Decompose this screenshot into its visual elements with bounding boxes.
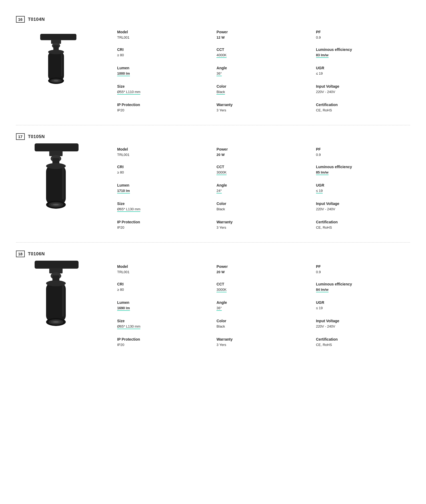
spec-label-18-14: Certification (316, 337, 405, 341)
spec-label-17-13: Warranty (216, 220, 305, 224)
spec-value-17-12: IP20 (117, 225, 124, 229)
spec-value-18-13: 3 Yers (216, 343, 226, 347)
product-header-16: 16T0104N (16, 16, 106, 23)
spec-value-17-5: 85 lm/w (316, 170, 329, 175)
spec-item-16-14: CertificationCE, RoHS (311, 99, 410, 117)
product-number-16: 16 (16, 16, 25, 23)
spec-label-18-4: CCT (216, 282, 305, 286)
specs-grid-18: ModelTRL001Power20 WPF0.9CRI≥ 80CCT3000K… (112, 261, 410, 352)
spec-value-18-0: TRL001 (117, 270, 129, 274)
svg-rect-11 (35, 143, 79, 151)
spec-label-18-12: IP Protection (117, 337, 206, 341)
spec-item-16-9: SizeØ55* L110 mm (112, 81, 211, 99)
product-number-18: 18 (16, 251, 25, 257)
product-left-col-18: 18T0106N (16, 251, 106, 352)
spec-value-18-3: ≥ 80 (117, 288, 124, 292)
spec-item-16-4: CCT4000K (211, 44, 310, 63)
product-left-col-16: 16T0104N (16, 16, 106, 117)
spec-item-16-3: CRI≥ 80 (112, 44, 211, 63)
spec-value-16-14: CE, RoHS (316, 108, 332, 112)
spec-label-18-3: CRI (117, 282, 206, 286)
spec-item-18-2: PF0.9 (311, 261, 410, 279)
spec-label-16-1: Power (216, 30, 305, 34)
spec-item-18-12: IP ProtectionIP20 (112, 334, 211, 352)
spec-item-18-13: Warranty3 Yers (211, 334, 310, 352)
spec-label-17-0: Model (117, 147, 206, 151)
spec-value-16-2: 0.9 (316, 35, 321, 39)
spec-item-17-13: Warranty3 Yers (211, 217, 310, 234)
spec-value-18-10: Black (216, 324, 225, 328)
spec-value-16-3: ≥ 80 (117, 53, 124, 57)
spec-item-17-10: ColorBlack (211, 198, 310, 217)
spec-item-18-3: CRI≥ 80 (112, 279, 211, 297)
product-section-16: 16T0104N ModelTRL001Power12 WPF0.9CRI≥ 8… (16, 8, 410, 125)
product-left-col-17: 17T0105N (16, 133, 106, 234)
spec-item-18-0: ModelTRL001 (112, 261, 211, 279)
product-name-17: T0105N (28, 134, 45, 139)
spec-label-16-13: Warranty (216, 103, 305, 107)
spec-item-16-1: Power12 W (211, 27, 310, 44)
spec-item-17-14: CertificationCE, RoHS (311, 217, 410, 234)
svg-rect-22 (35, 261, 79, 269)
spec-value-18-4: 3000K (216, 288, 227, 292)
spec-item-16-11: Input Voltage220V - 240V (311, 81, 410, 99)
spec-label-17-7: Angle (216, 183, 305, 187)
spec-item-18-14: CertificationCE, RoHS (311, 334, 410, 352)
spec-value-16-6: 1000 lm (117, 71, 130, 76)
spec-item-18-7: Angle36° (211, 297, 310, 316)
spec-value-18-1: 20 W (216, 270, 224, 274)
spec-label-16-4: CCT (216, 47, 305, 52)
spec-value-16-9: Ø55* L110 mm (117, 90, 140, 95)
spec-label-17-1: Power (216, 147, 305, 151)
spec-item-18-11: Input Voltage220V - 240V (311, 316, 410, 334)
spec-label-17-2: PF (316, 147, 405, 151)
spec-value-18-7: 36° (216, 306, 222, 311)
spec-item-16-5: Luminous efficiency83 lm/w (311, 44, 410, 63)
spec-value-17-7: 24° (216, 189, 222, 193)
spec-label-16-2: PF (316, 30, 405, 34)
spec-label-16-9: Size (117, 84, 206, 88)
spec-item-16-7: Angle36° (211, 63, 310, 81)
svg-rect-32 (62, 285, 64, 317)
spec-label-18-11: Input Voltage (316, 319, 405, 323)
spec-label-16-14: Certification (316, 103, 405, 107)
spec-label-18-5: Luminous efficiency (316, 282, 405, 286)
spec-item-18-9: SizeØ65* L130 mm (112, 316, 211, 334)
spec-item-16-2: PF0.9 (311, 27, 410, 44)
spec-label-17-6: Lumen (117, 183, 206, 187)
spec-item-17-0: ModelTRL001 (112, 144, 211, 162)
spec-value-18-6: 1690 lm (117, 306, 130, 311)
spec-value-16-7: 36° (216, 71, 222, 76)
spec-item-16-12: IP ProtectionIP20 (112, 99, 211, 117)
spec-value-16-1: 12 W (216, 35, 224, 39)
spec-label-18-13: Warranty (216, 337, 305, 341)
spec-label-16-5: Luminous efficiency (316, 47, 405, 52)
spec-value-16-10: Black (216, 90, 225, 95)
spec-label-16-11: Input Voltage (316, 84, 405, 88)
spec-item-17-5: Luminous efficiency85 lm/w (311, 162, 410, 180)
spec-value-17-4: 3000K (216, 170, 227, 175)
spec-label-16-6: Lumen (117, 66, 206, 70)
product-image-16 (16, 25, 96, 100)
spec-value-16-4: 4000K (216, 53, 227, 58)
spec-item-18-5: Luminous efficiency84 lm/w (311, 279, 410, 297)
product-header-18: 18T0106N (16, 251, 106, 257)
spec-label-16-8: UGR (316, 66, 405, 70)
spec-label-18-0: Model (117, 264, 206, 269)
spec-item-16-6: Lumen1000 lm (112, 63, 211, 81)
spec-value-16-0: TRL001 (117, 35, 129, 39)
spec-item-18-8: UGR≤ 19 (311, 297, 410, 316)
product-section-17: 17T0105N ModelTRL001Power20 WPF0.9CRI≥ 8… (16, 125, 410, 243)
spec-item-17-2: PF0.9 (311, 144, 410, 162)
spec-item-18-6: Lumen1690 lm (112, 297, 211, 316)
spec-value-17-6: 1710 lm (117, 189, 130, 193)
spec-item-18-4: CCT3000K (211, 279, 310, 297)
spec-label-18-1: Power (216, 264, 305, 269)
spec-value-16-12: IP20 (117, 108, 124, 112)
spec-value-16-8: ≤ 19 (316, 71, 323, 75)
svg-point-30 (53, 321, 59, 323)
spec-value-16-5: 83 lm/w (316, 53, 329, 58)
spec-label-18-7: Angle (216, 300, 305, 305)
svg-rect-21 (62, 168, 64, 199)
spec-value-18-14: CE, RoHS (316, 343, 332, 347)
